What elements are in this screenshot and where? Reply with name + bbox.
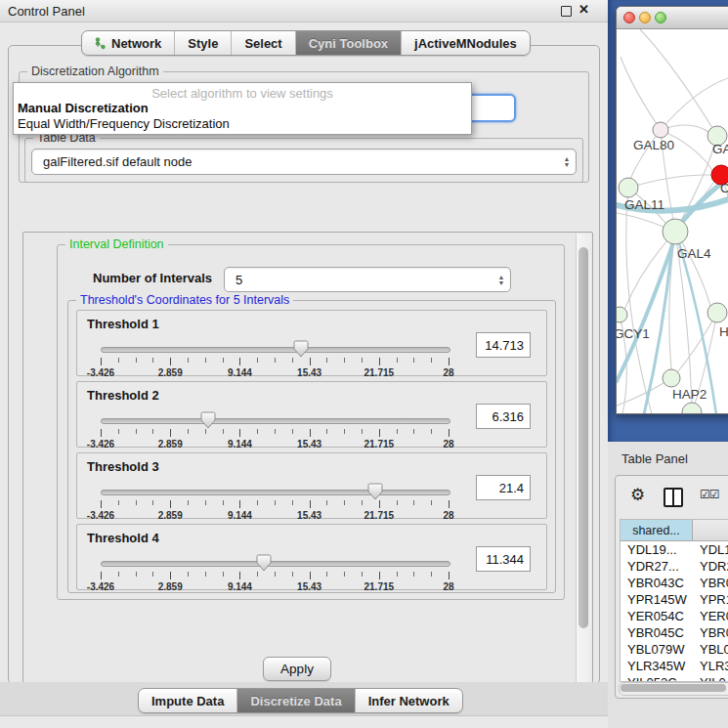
threshold-label: Threshold 3 <box>87 459 159 474</box>
number-of-intervals-combo[interactable]: 5 ▲▼ <box>224 267 511 292</box>
slider-track[interactable] <box>101 347 450 353</box>
bottom-tab-bar: Impute DataDiscretize DataInfer Network <box>138 688 463 713</box>
threshold-slider[interactable]: -3.4262.8599.14415.4321.71528 <box>101 552 449 587</box>
tab-network[interactable]: Network <box>82 31 175 55</box>
table-row[interactable]: YER054CYER0 <box>621 608 728 624</box>
threshold-value-field[interactable]: 6.316 <box>476 404 531 429</box>
float-window-icon[interactable] <box>561 6 572 17</box>
slider-thumb[interactable] <box>256 554 272 572</box>
slider-track[interactable] <box>101 490 450 495</box>
tick-mark <box>257 500 258 505</box>
tick-mark <box>188 429 189 434</box>
tick-label: 15.43 <box>297 510 321 521</box>
tick-mark <box>292 500 293 505</box>
threshold-value-field[interactable]: 11.344 <box>476 546 531 572</box>
close-icon[interactable]: ✕ <box>578 2 589 17</box>
tick-mark <box>101 572 102 579</box>
settings-vertical-scrollbar[interactable] <box>576 234 591 693</box>
network-node-h[interactable] <box>707 303 727 322</box>
dropdown-option-equal-width-frequency-discretization[interactable]: Equal Width/Frequency Discretization <box>14 116 471 132</box>
tab-select[interactable]: Select <box>232 31 295 55</box>
slider-track[interactable] <box>101 561 450 567</box>
slider-track[interactable] <box>101 418 450 424</box>
top-tab-bar: NetworkStyleSelectCyni ToolboxjActiveMNo… <box>81 30 531 56</box>
tick-mark <box>205 572 206 577</box>
columns-icon[interactable] <box>664 488 683 507</box>
network-desktop: GAL80GACGAL11GAL4GCY1HHAP2 <box>608 0 728 442</box>
tick-mark <box>344 500 345 505</box>
tick-mark <box>449 429 450 437</box>
threshold-slider[interactable]: -3.4262.8599.14415.4321.71528 <box>101 409 449 445</box>
combo-spinner-icon: ▲▼ <box>558 156 576 167</box>
tick-mark <box>152 358 153 363</box>
table-row[interactable]: YLR345WYLR3 <box>621 658 728 674</box>
network-node-gal4[interactable] <box>663 219 688 244</box>
threshold-label: Threshold 1 <box>87 317 159 331</box>
group-title-discretization-algorithm: Discretization Algorithm <box>27 64 163 78</box>
scrollbar-thumb[interactable] <box>578 247 588 628</box>
network-edge <box>661 78 728 130</box>
tick-mark <box>397 358 398 363</box>
tick-mark <box>170 572 171 579</box>
table-row[interactable]: YPR145WYPR1 <box>621 591 728 608</box>
network-node[interactable] <box>682 403 702 414</box>
table-cell: YBL079W <box>621 641 693 658</box>
window-minimize-icon[interactable] <box>639 12 651 23</box>
tick-label: 28 <box>443 439 453 450</box>
tick-mark <box>292 358 293 363</box>
network-node-gal80[interactable] <box>653 122 668 138</box>
table-cell: YBR0 <box>693 624 728 641</box>
tick-label: 2.859 <box>158 510 183 521</box>
slider-thumb[interactable] <box>200 411 216 429</box>
tab-cyni-toolbox[interactable]: Cyni Toolbox <box>296 31 402 55</box>
select-columns-icon[interactable]: ☑☑ <box>700 488 719 501</box>
gear-icon[interactable]: ⚙ <box>630 487 645 503</box>
tab-infer-network[interactable]: Infer Network <box>356 689 462 712</box>
tick-label: 15.43 <box>297 581 321 592</box>
table-row[interactable]: YBL079WYBL0 <box>621 641 728 658</box>
table-row[interactable]: YDR27...YDR2 <box>621 558 728 575</box>
tick-mark <box>379 429 380 437</box>
table-data-combo[interactable]: galFiltered.sif default node ▲▼ <box>31 149 577 175</box>
network-canvas[interactable]: GAL80GACGAL11GAL4GCY1HHAP2 <box>617 29 728 414</box>
column-header-shared-[interactable]: shared... <box>621 520 693 540</box>
threshold-slider[interactable]: -3.4262.8599.14415.4321.71528 <box>101 481 449 516</box>
table-row[interactable]: YIL052CYIL0 <box>621 674 728 682</box>
table-horizontal-scrollbar[interactable] <box>619 682 728 696</box>
column-header-na-[interactable]: na... <box>693 520 728 540</box>
scrollbar-thumb[interactable] <box>621 684 726 692</box>
threshold-label: Threshold 4 <box>87 531 159 545</box>
tab-impute-data[interactable]: Impute Data <box>139 689 237 712</box>
network-node-hap2[interactable] <box>663 369 680 387</box>
slider-thumb[interactable] <box>367 483 383 500</box>
tick-label: 21.715 <box>364 439 395 450</box>
tick-label: 28 <box>443 510 453 521</box>
table-data-group: Table Data galFiltered.sif default node … <box>24 138 583 183</box>
table-cell: YER054C <box>621 608 693 624</box>
threshold-value-field[interactable]: 14.713 <box>476 332 531 358</box>
tick-mark <box>152 572 153 577</box>
table-row[interactable]: YBR045CYBR0 <box>621 624 728 641</box>
dropdown-option-manual-discretization[interactable]: Manual Discretization <box>14 101 471 116</box>
node-label: GA <box>712 142 728 156</box>
slider-thumb[interactable] <box>293 340 309 358</box>
network-graph: GAL80GACGAL11GAL4GCY1HHAP2 <box>617 29 728 414</box>
window-close-icon[interactable] <box>623 12 635 23</box>
table-row[interactable]: YDL19...YDL1 <box>621 541 728 558</box>
node-label: GAL80 <box>633 138 674 152</box>
window-zoom-icon[interactable] <box>655 12 666 23</box>
apply-button[interactable]: Apply <box>263 657 331 681</box>
network-node-gal11[interactable] <box>619 178 638 197</box>
tick-mark <box>379 358 380 365</box>
network-node-gcy1[interactable] <box>617 307 627 322</box>
table-row[interactable]: YBR043CYBR0 <box>621 575 728 591</box>
table-cell: YPR145W <box>621 591 693 608</box>
tick-mark <box>101 500 102 508</box>
control-panel: Control Panel ✕ Discretization Algorithm… <box>0 0 608 728</box>
threshold-value-field[interactable]: 21.4 <box>476 475 531 500</box>
network-window-titlebar[interactable] <box>617 7 728 29</box>
threshold-slider[interactable]: -3.4262.8599.14415.4321.71528 <box>101 338 449 373</box>
tab-jactivemnodules[interactable]: jActiveMNodules <box>402 31 530 55</box>
tab-discretize-data[interactable]: Discretize Data <box>237 689 355 712</box>
tab-style[interactable]: Style <box>175 31 232 55</box>
